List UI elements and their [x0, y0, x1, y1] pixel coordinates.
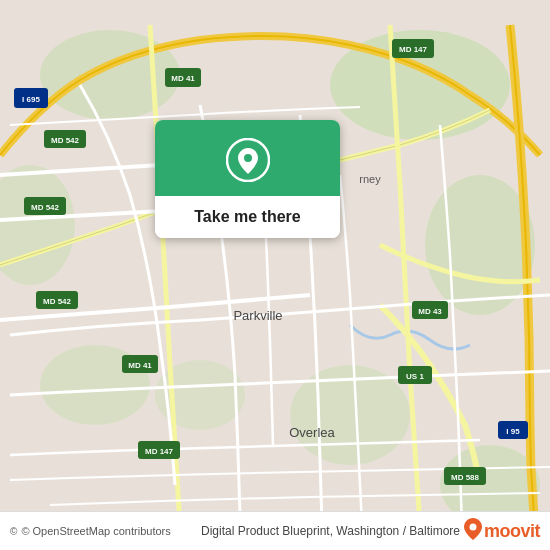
- moovit-logo: moovit: [464, 518, 540, 544]
- svg-text:I 95: I 95: [506, 427, 520, 436]
- map-container: I 695 MD 41 MD 147 MD 542 MD 542 MD 542 …: [0, 0, 550, 550]
- svg-text:MD 588: MD 588: [451, 473, 480, 482]
- svg-text:MD 41: MD 41: [171, 74, 195, 83]
- copyright-section: © © OpenStreetMap contributors: [10, 525, 171, 537]
- svg-point-2: [40, 30, 180, 120]
- svg-text:I 695: I 695: [22, 95, 40, 104]
- svg-point-4: [425, 175, 535, 315]
- map-background: I 695 MD 41 MD 147 MD 542 MD 542 MD 542 …: [0, 0, 550, 550]
- svg-text:MD 542: MD 542: [43, 297, 72, 306]
- card-header: [155, 120, 340, 196]
- take-me-there-button[interactable]: Take me there: [155, 196, 340, 238]
- moovit-pin-icon: [464, 518, 482, 544]
- svg-point-37: [244, 154, 252, 162]
- bottom-bar: © © OpenStreetMap contributors Digital P…: [0, 511, 550, 550]
- svg-text:MD 43: MD 43: [418, 307, 442, 316]
- svg-text:Parkville: Parkville: [233, 308, 282, 323]
- svg-text:MD 41: MD 41: [128, 361, 152, 370]
- copyright-icon: ©: [10, 526, 17, 537]
- moovit-brand-name: moovit: [484, 521, 540, 542]
- svg-point-38: [469, 524, 476, 531]
- svg-text:MD 542: MD 542: [51, 136, 80, 145]
- svg-text:rney: rney: [359, 173, 381, 185]
- svg-text:MD 147: MD 147: [399, 45, 428, 54]
- svg-text:Overlea: Overlea: [289, 425, 335, 440]
- svg-text:MD 147: MD 147: [145, 447, 174, 456]
- location-pin-icon: [226, 138, 270, 182]
- branding-section: Digital Product Blueprint, Washington / …: [201, 518, 540, 544]
- svg-text:MD 542: MD 542: [31, 203, 60, 212]
- copyright-text: © OpenStreetMap contributors: [21, 525, 170, 537]
- svg-text:US 1: US 1: [406, 372, 424, 381]
- app-name-text: Digital Product Blueprint, Washington / …: [201, 524, 460, 538]
- location-card: Take me there: [155, 120, 340, 238]
